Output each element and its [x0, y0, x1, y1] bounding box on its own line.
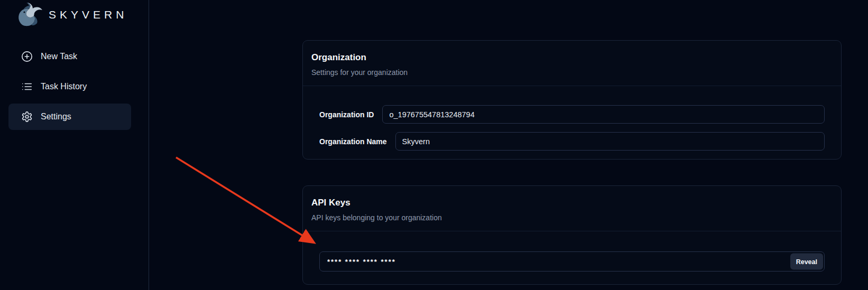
gear-icon: [21, 111, 33, 123]
organization-name-label: Organization Name: [319, 137, 387, 146]
organization-id-label: Organization ID: [319, 110, 374, 119]
organization-card-content: Organization ID Organization Name: [303, 86, 841, 169]
organization-id-row: Organization ID: [319, 105, 825, 124]
organization-card: Organization Settings for your organizat…: [302, 40, 842, 160]
sidebar-item-new-task[interactable]: New Task: [8, 43, 131, 70]
organization-name-input[interactable]: [395, 132, 825, 151]
api-keys-card-content: Reveal: [303, 231, 841, 281]
api-key-masked-input[interactable]: [319, 251, 825, 272]
sidebar-item-task-history[interactable]: Task History: [8, 73, 131, 100]
sidebar: SKYVERN New Task Task History Settings: [0, 0, 149, 290]
organization-id-input[interactable]: [382, 105, 825, 124]
sidebar-item-label: Task History: [41, 82, 87, 91]
dragon-logo-icon: [15, 2, 43, 28]
card-subtitle: API keys belonging to your organization: [311, 213, 833, 222]
sidebar-item-label: Settings: [41, 112, 71, 121]
api-key-field: Reveal: [319, 251, 825, 272]
organization-card-header: Organization Settings for your organizat…: [303, 41, 841, 86]
card-title: Organization: [311, 52, 833, 63]
card-subtitle: Settings for your organization: [311, 68, 833, 77]
sidebar-item-settings[interactable]: Settings: [8, 104, 131, 130]
card-title: API Keys: [311, 197, 833, 209]
list-icon: [21, 81, 33, 92]
sidebar-item-label: New Task: [41, 52, 77, 61]
api-keys-card-header: API Keys API keys belonging to your orga…: [303, 186, 841, 231]
brand[interactable]: SKYVERN: [15, 1, 127, 29]
brand-name: SKYVERN: [49, 8, 127, 21]
circle-plus-icon: [21, 51, 33, 62]
organization-name-row: Organization Name: [319, 132, 825, 151]
reveal-button[interactable]: Reveal: [790, 254, 823, 270]
api-keys-card: API Keys API keys belonging to your orga…: [302, 185, 842, 285]
